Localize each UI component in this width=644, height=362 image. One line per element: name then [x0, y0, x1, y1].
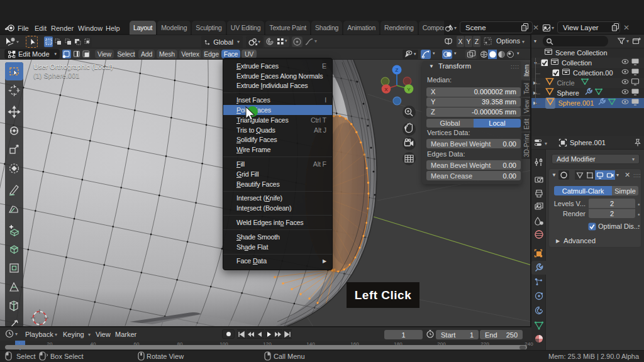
svg-text:X: X [384, 87, 388, 92]
svg-text:Z: Z [396, 67, 399, 73]
svg-text:Y: Y [407, 87, 411, 92]
